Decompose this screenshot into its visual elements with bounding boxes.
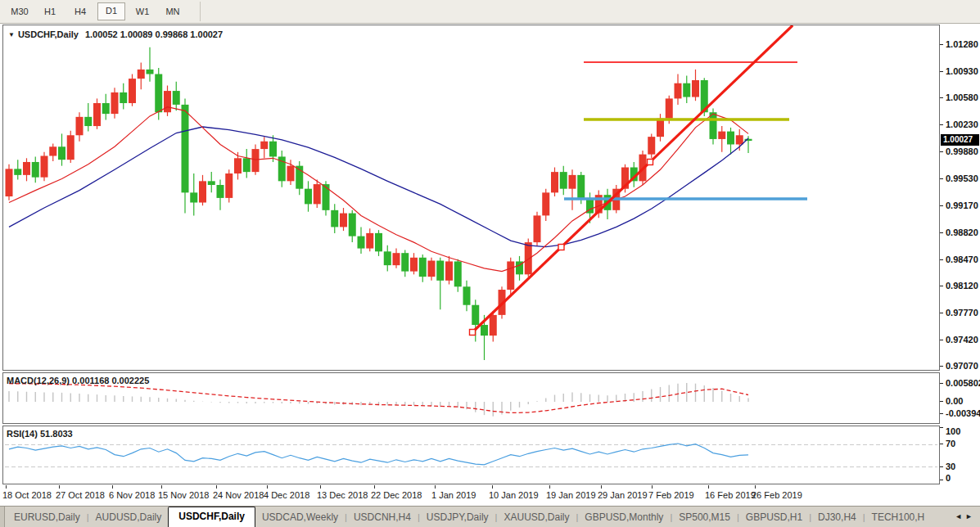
- tab-tech100-h[interactable]: TECH100,H: [865, 508, 932, 527]
- candle[interactable]: [93, 98, 101, 128]
- candle[interactable]: [349, 210, 356, 242]
- candle[interactable]: [67, 131, 75, 163]
- candle[interactable]: [138, 62, 145, 89]
- candle[interactable]: [217, 179, 224, 209]
- candle[interactable]: [314, 179, 321, 208]
- timeframe-button-d1[interactable]: D1: [97, 2, 125, 20]
- candle[interactable]: [164, 86, 171, 116]
- candle[interactable]: [657, 114, 664, 142]
- timeframe-button-w1[interactable]: W1: [129, 3, 156, 20]
- price-axis[interactable]: 1.012801.009301.005801.002300.998800.995…: [940, 25, 980, 371]
- trendline-handle[interactable]: [648, 159, 653, 164]
- candle[interactable]: [84, 103, 92, 132]
- candle[interactable]: [243, 149, 251, 178]
- candle[interactable]: [428, 258, 436, 281]
- candle[interactable]: [516, 256, 523, 281]
- candle[interactable]: [6, 164, 13, 200]
- rsi-indicator-canvas[interactable]: [2, 426, 940, 484]
- tab-usdcnh-h4[interactable]: USDCNH,H4: [347, 508, 418, 527]
- candle[interactable]: [14, 160, 21, 179]
- date-tick: [708, 485, 709, 489]
- candle[interactable]: [102, 94, 110, 120]
- price-axis-tick: [940, 151, 943, 152]
- candle[interactable]: [296, 161, 303, 195]
- candle[interactable]: [718, 126, 725, 152]
- tab-usdjpy-daily[interactable]: USDJPY,Daily: [420, 508, 495, 527]
- tab-audusd-daily[interactable]: AUDUSD,Daily: [89, 508, 169, 527]
- macd-axis[interactable]: 0.0058020.00-0.003945: [940, 372, 980, 424]
- candle[interactable]: [384, 245, 391, 272]
- candle[interactable]: [551, 168, 558, 197]
- candle[interactable]: [454, 259, 462, 292]
- tab-sp500-m15[interactable]: SP500,M15: [672, 508, 737, 527]
- candle[interactable]: [331, 204, 338, 233]
- candle[interactable]: [173, 82, 180, 111]
- candle[interactable]: [23, 158, 30, 181]
- candle[interactable]: [727, 128, 734, 155]
- timeframe-button-h1[interactable]: H1: [37, 3, 63, 20]
- candle[interactable]: [305, 181, 312, 211]
- rsi-axis-label: 100: [946, 426, 960, 436]
- candle[interactable]: [507, 258, 514, 295]
- candle[interactable]: [534, 212, 541, 246]
- candle[interactable]: [683, 75, 690, 103]
- candle[interactable]: [675, 74, 682, 105]
- candle[interactable]: [393, 249, 400, 268]
- tabbar-left-edge[interactable]: [0, 507, 5, 527]
- tab-gbpusd-monthly[interactable]: GBPUSD,Monthly: [578, 508, 670, 527]
- date-tick: [161, 485, 162, 489]
- candle[interactable]: [692, 70, 699, 101]
- candle[interactable]: [76, 112, 84, 142]
- candle[interactable]: [208, 172, 215, 192]
- price-axis-tick: [940, 286, 943, 286]
- candle[interactable]: [278, 151, 286, 187]
- candle[interactable]: [147, 47, 154, 82]
- candle[interactable]: [155, 68, 162, 120]
- candle[interactable]: [120, 83, 127, 110]
- rsi-label: RSI(14) 51.8033: [7, 429, 73, 439]
- candle[interactable]: [340, 208, 347, 231]
- candle[interactable]: [129, 74, 136, 106]
- candle[interactable]: [58, 133, 65, 165]
- candle[interactable]: [199, 175, 206, 205]
- candle[interactable]: [436, 258, 444, 310]
- trendline[interactable]: [472, 25, 793, 332]
- candle[interactable]: [49, 144, 56, 161]
- candle[interactable]: [648, 133, 655, 158]
- candle[interactable]: [366, 228, 373, 251]
- candle[interactable]: [560, 166, 567, 196]
- date-axis[interactable]: 18 Oct 201827 Oct 20186 Nov 201815 Nov 2…: [0, 485, 980, 505]
- candle[interactable]: [225, 169, 233, 202]
- main-chart-canvas[interactable]: [2, 25, 940, 371]
- timeframe-button-mn[interactable]: MN: [160, 3, 186, 20]
- trendline-handle[interactable]: [470, 329, 476, 335]
- candle[interactable]: [182, 98, 189, 213]
- candle[interactable]: [358, 227, 365, 254]
- trendline-handle[interactable]: [558, 244, 564, 250]
- tab-xauusd-daily[interactable]: XAUUSD,Daily: [497, 508, 576, 527]
- tab-eurusd-daily[interactable]: EURUSD,Daily: [7, 508, 87, 527]
- tab-usdcad-weekly[interactable]: USDCAD,Weekly: [255, 508, 345, 527]
- candle[interactable]: [542, 189, 549, 221]
- candle[interactable]: [41, 152, 48, 182]
- candle[interactable]: [569, 169, 576, 210]
- tab-usdchf-daily[interactable]: USDCHF,Daily: [168, 507, 255, 527]
- candle[interactable]: [260, 137, 268, 158]
- tab-scroll-arrows[interactable]: ◄►: [955, 512, 976, 520]
- candle[interactable]: [445, 256, 453, 285]
- candle[interactable]: [375, 230, 382, 256]
- tab-dj30-h4[interactable]: DJ30,H4: [811, 508, 863, 527]
- candle[interactable]: [32, 156, 39, 182]
- candle[interactable]: [323, 181, 330, 215]
- timeframe-button-h4[interactable]: H4: [67, 3, 93, 20]
- candle[interactable]: [410, 253, 418, 274]
- candle[interactable]: [111, 88, 119, 118]
- title-dropdown-arrow-icon[interactable]: ▼: [8, 31, 15, 38]
- rsi-axis[interactable]: 10070300: [940, 426, 980, 484]
- tab-gbpusd-h1[interactable]: GBPUSD,H1: [739, 508, 809, 527]
- candle[interactable]: [401, 250, 409, 277]
- candle[interactable]: [419, 254, 427, 282]
- candle[interactable]: [463, 281, 471, 311]
- candle[interactable]: [190, 173, 197, 215]
- timeframe-button-m30[interactable]: M30: [7, 3, 33, 20]
